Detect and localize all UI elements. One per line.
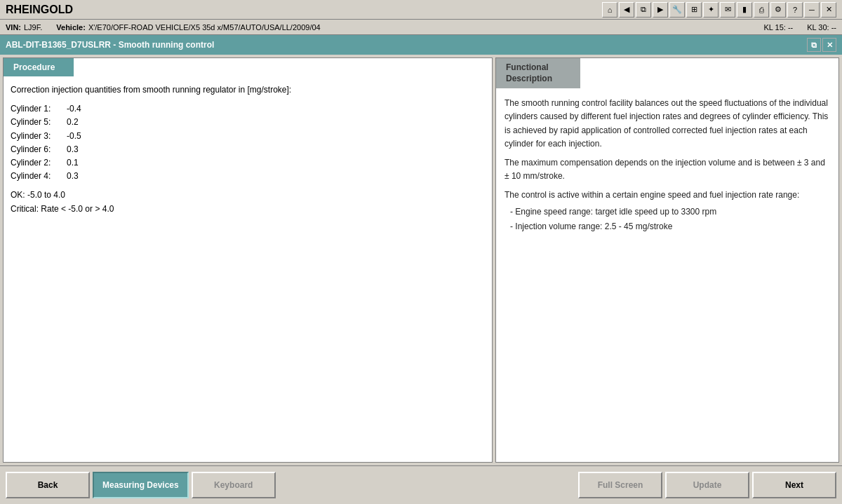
main-content: Procedure Correction injection quantitie… <box>0 55 842 465</box>
help-icon[interactable]: ? <box>787 2 803 18</box>
cylinder-label: Cylinder 1: <box>11 102 67 116</box>
cylinder-label: Cylinder 2: <box>11 156 67 170</box>
functional-p3: The control is active within a certain e… <box>504 189 830 202</box>
right-panel: FunctionalDescription The smooth running… <box>495 57 839 463</box>
ok-range: OK: -5.0 to 4.0 <box>11 189 485 202</box>
functional-p2: The maximum compensation depends on the … <box>504 156 830 183</box>
module-close-icon[interactable]: ✕ <box>822 38 836 52</box>
settings-icon[interactable]: ⚙ <box>770 2 786 18</box>
module-title: ABL-DIT-B1365_D7USLRR - Smooth running c… <box>6 40 214 50</box>
mail-icon[interactable]: ✉ <box>720 2 735 18</box>
vehicle-value: X'/E70/OFF-ROAD VEHICLE/X5 35d x/M57/AUT… <box>88 23 321 32</box>
keyboard-button[interactable]: Keyboard <box>192 472 276 498</box>
procedure-tab[interactable]: Procedure <box>4 58 74 76</box>
cylinder-row: Cylinder 6:0.3 <box>11 143 485 156</box>
measuring-devices-button[interactable]: Measuring Devices <box>93 472 189 498</box>
update-button[interactable]: Update <box>665 472 749 498</box>
kl-group: KL 15: -- KL 30: -- <box>763 23 836 32</box>
cylinder-value: 0.3 <box>67 170 109 183</box>
cylinder-value: -0.5 <box>67 130 109 143</box>
module-bar: ABL-DIT-B1365_D7USLRR - Smooth running c… <box>0 35 842 55</box>
kl15-label: KL 15: -- <box>763 23 793 32</box>
wrench-icon[interactable]: 🔧 <box>669 2 685 18</box>
cylinder-value: -0.4 <box>67 102 109 116</box>
left-panel: Procedure Correction injection quantitie… <box>3 57 493 463</box>
module-controls: ⧉ ✕ <box>807 38 836 52</box>
copy-icon[interactable]: ⧉ <box>636 2 651 18</box>
critical-range: Critical: Rate < -5.0 or > 4.0 <box>11 203 485 216</box>
procedure-intro: Correction injection quantities from smo… <box>11 83 485 97</box>
functional-bullet1: - Engine speed range: target idle speed … <box>504 205 830 219</box>
cylinder-row: Cylinder 3:-0.5 <box>11 130 485 143</box>
cylinder-value: 0.3 <box>67 143 109 156</box>
cylinder-label: Cylinder 3: <box>11 130 67 143</box>
vehicle-label: Vehicle: <box>56 23 86 32</box>
vin-value: LJ9F. <box>24 23 42 32</box>
vin-label: VIN: <box>6 23 21 32</box>
battery-icon[interactable]: ▮ <box>737 2 752 18</box>
functional-bullet2: - Injection volume range: 2.5 - 45 mg/st… <box>504 220 830 233</box>
cylinder-row: Cylinder 4:0.3 <box>11 170 485 183</box>
cylinder-table: Cylinder 1:-0.4Cylinder 5:0.2Cylinder 3:… <box>11 102 485 183</box>
cylinder-label: Cylinder 5: <box>11 116 67 129</box>
cylinder-value: 0.1 <box>67 156 109 170</box>
key-icon[interactable]: ✦ <box>703 2 719 18</box>
button-bar: Back Measuring Devices Keyboard Full Scr… <box>0 465 842 504</box>
vin-bar: VIN: LJ9F. Vehicle: X'/E70/OFF-ROAD VEHI… <box>0 20 842 35</box>
next-button[interactable]: Next <box>752 472 836 498</box>
functional-tab-label: FunctionalDescription <box>506 62 552 83</box>
print-icon[interactable]: ⎙ <box>754 2 769 18</box>
cylinder-row: Cylinder 2:0.1 <box>11 156 485 170</box>
functional-tab[interactable]: FunctionalDescription <box>496 58 580 88</box>
back-button[interactable]: Back <box>6 472 90 498</box>
display-icon[interactable]: ⊞ <box>686 2 702 18</box>
minimize-icon[interactable]: ─ <box>804 2 820 18</box>
app-title: RHEINGOLD <box>6 4 602 16</box>
cylinder-row: Cylinder 5:0.2 <box>11 116 485 129</box>
full-screen-button[interactable]: Full Screen <box>578 472 662 498</box>
cylinder-value: 0.2 <box>67 116 109 129</box>
title-bar: RHEINGOLD ⌂ ◀ ⧉ ▶ 🔧 ⊞ ✦ ✉ ▮ ⎙ ⚙ ? ─ ✕ <box>0 0 842 20</box>
forward-nav-icon[interactable]: ▶ <box>653 2 668 18</box>
cylinder-label: Cylinder 4: <box>11 170 67 183</box>
close-icon[interactable]: ✕ <box>821 2 836 18</box>
back-nav-icon[interactable]: ◀ <box>619 2 634 18</box>
toolbar-icons: ⌂ ◀ ⧉ ▶ 🔧 ⊞ ✦ ✉ ▮ ⎙ ⚙ ? ─ ✕ <box>602 2 836 18</box>
kl30-label: KL 30: -- <box>807 23 836 32</box>
functional-content: The smooth running control facility bala… <box>496 88 838 462</box>
module-restore-icon[interactable]: ⧉ <box>807 38 821 52</box>
cylinder-row: Cylinder 1:-0.4 <box>11 102 485 116</box>
cylinder-label: Cylinder 6: <box>11 143 67 156</box>
procedure-content: Correction injection quantities from smo… <box>4 76 492 462</box>
functional-p1: The smooth running control facility bala… <box>504 97 830 151</box>
home-icon[interactable]: ⌂ <box>602 2 617 18</box>
